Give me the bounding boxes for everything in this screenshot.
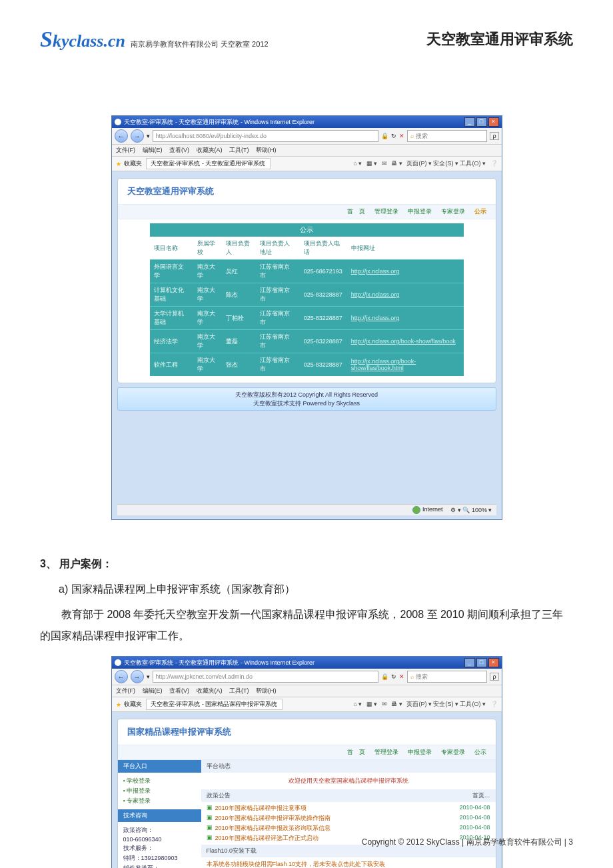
- tab-home[interactable]: 首 页: [347, 207, 365, 216]
- menu-help[interactable]: 帮助(H): [256, 147, 277, 153]
- table-cell: 外国语言文学: [150, 260, 194, 283]
- refresh-icon[interactable]: ↻: [391, 133, 396, 139]
- tab-admin[interactable]: 管理登录: [374, 207, 398, 216]
- refresh-icon[interactable]: ↻: [391, 673, 396, 680]
- mail-icon[interactable]: ✉: [382, 160, 387, 167]
- menu-favorites[interactable]: 收藏夹(A): [197, 687, 223, 694]
- menu-view[interactable]: 查看(V): [169, 147, 189, 153]
- minimize-button[interactable]: _: [464, 658, 475, 667]
- forward-button[interactable]: →: [131, 129, 144, 143]
- forward-button[interactable]: →: [131, 670, 144, 683]
- star-icon[interactable]: ★: [116, 161, 121, 167]
- tab-publicity[interactable]: 公示: [474, 207, 486, 216]
- menu-favorites[interactable]: 收藏夹(A): [197, 147, 223, 153]
- more-link[interactable]: 首页…: [472, 791, 490, 800]
- search-box[interactable]: ⌕ 搜索: [407, 130, 487, 142]
- stop-icon[interactable]: ✕: [399, 133, 404, 139]
- tab-admin[interactable]: 管理登录: [374, 748, 398, 757]
- table-cell-url[interactable]: http://jx.nclass.org: [347, 260, 464, 283]
- table-cell-url[interactable]: http://jx.nclass.org/book-show/flas/book: [347, 330, 464, 353]
- news-title[interactable]: 2010年国家精品课程申报评审系统操作指南: [215, 814, 460, 823]
- print-icon[interactable]: 🖶: [391, 701, 397, 707]
- dropdown-icon[interactable]: ▾: [147, 133, 150, 139]
- news-item[interactable]: ▣2010年国家精品课程申报评审系统操作指南2010-04-08: [207, 813, 490, 823]
- menu-bar: 文件(F) 编辑(E) 查看(V) 收藏夹(A) 工具(T) 帮助(H): [112, 685, 502, 697]
- menu-tools[interactable]: 工具(T): [229, 147, 249, 153]
- feed-icon[interactable]: ▦: [366, 701, 372, 707]
- col-name: 项目名称: [150, 237, 194, 260]
- browser-tab[interactable]: 天空教室-评审系统 - 天空教室通用评审系统: [146, 158, 271, 169]
- minimize-button[interactable]: _: [464, 117, 475, 127]
- tab-publicity[interactable]: 公示: [474, 748, 486, 757]
- table-cell: 吴红: [222, 260, 256, 283]
- tab-apply[interactable]: 申报登录: [408, 207, 432, 216]
- menu-file[interactable]: 文件(F): [116, 147, 136, 153]
- menu-file[interactable]: 文件(F): [116, 687, 136, 694]
- tab-home[interactable]: 首 页: [347, 748, 365, 757]
- news-item[interactable]: ▣2010年国家精品课程申报政策咨询联系信息2010-04-08: [207, 823, 490, 833]
- page-tools[interactable]: ⌂ ▾ ▦ ▾ ✉ 🖶 ▾ 页面(P) ▾ 安全(S) ▾ 工具(O) ▾ ❔: [350, 700, 497, 709]
- page-tools[interactable]: ⌂ ▾ ▦ ▾ ✉ 🖶 ▾ 页面(P) ▾ 安全(S) ▾ 工具(O) ▾ ❔: [350, 159, 497, 168]
- star-icon[interactable]: ★: [116, 701, 121, 708]
- bullet-icon: ▣: [207, 824, 213, 833]
- table-cell-url[interactable]: http://jx.nclass.org/book-show/flas/book…: [347, 353, 464, 377]
- table-cell: 张杰: [222, 353, 256, 377]
- table-cell: 江苏省南京市: [256, 283, 300, 307]
- article-body: 3、 用户案例： a) 国家精品课程网上申报评审系统（国家教育部） 教育部于 2…: [40, 553, 573, 647]
- panel-title: 国家精品课程申报评审系统: [118, 719, 496, 745]
- menu-view[interactable]: 查看(V): [169, 687, 189, 694]
- sidebar-item-apply[interactable]: 申报登录: [123, 787, 196, 795]
- menu-help[interactable]: 帮助(H): [256, 687, 277, 694]
- favorites-label[interactable]: 收藏夹: [124, 159, 142, 168]
- close-button[interactable]: ×: [488, 117, 499, 127]
- stop-icon[interactable]: ✕: [399, 673, 404, 680]
- table-cell-url[interactable]: http://jx.nclass.org: [347, 307, 464, 330]
- back-button[interactable]: ←: [115, 670, 128, 683]
- flash-notice[interactable]: 本系统各功能模块使用需Flash 10支持，若未安装点击此处下载安装: [201, 857, 496, 868]
- news-item[interactable]: ▣2010年国家精品课程申报注意事项2010-04-08: [207, 803, 490, 813]
- news-date: 2010-04-08: [459, 814, 490, 823]
- table-cell-url[interactable]: http://jx.nclass.org: [347, 283, 464, 307]
- help-icon[interactable]: ❔: [490, 160, 498, 167]
- address-bar[interactable]: http://localhost:8080/evl/publicity-inde…: [153, 130, 379, 142]
- menu-edit[interactable]: 编辑(E): [143, 147, 163, 153]
- doc-title: 天空教室通用评审系统: [426, 29, 573, 49]
- main-content: 平台动态 欢迎使用天空教室国家精品课程申报评审系统 政策公告首页… ▣2010年…: [201, 760, 496, 868]
- browser-tab[interactable]: 天空教室-评审系统 - 国家精品课程申报评审系统: [146, 699, 283, 710]
- print-icon[interactable]: 🖶: [391, 160, 397, 167]
- menu-edit[interactable]: 编辑(E): [143, 687, 163, 694]
- col-phone: 项目负责人电话: [300, 237, 347, 260]
- menu-tools[interactable]: 工具(T): [229, 687, 249, 694]
- back-button[interactable]: ←: [115, 129, 128, 143]
- help-icon[interactable]: ❔: [490, 701, 498, 707]
- lock-icon: 🔒: [381, 133, 388, 139]
- home-icon[interactable]: ⌂: [353, 701, 356, 707]
- close-button[interactable]: ×: [488, 658, 499, 667]
- col-url: 申报网址: [347, 237, 464, 260]
- table-cell: 软件工程: [150, 353, 194, 377]
- search-go-icon[interactable]: ρ: [490, 673, 498, 681]
- nav-toolbar: ← → ▾ http://www.jpkcnet.com/evl.admin.d…: [112, 669, 502, 685]
- dropdown-icon[interactable]: ▾: [147, 673, 150, 680]
- status-zoom[interactable]: ⚙ ▾ 🔍 100% ▾: [450, 507, 492, 513]
- home-icon[interactable]: ⌂: [353, 160, 356, 167]
- tab-apply[interactable]: 申报登录: [408, 748, 432, 757]
- news-title[interactable]: 2010年国家精品课程申报注意事项: [215, 804, 460, 813]
- sidebar-item-school[interactable]: 学校登录: [123, 777, 196, 785]
- table-title: 公示: [150, 223, 464, 237]
- tab-expert[interactable]: 专家登录: [441, 207, 465, 216]
- search-box[interactable]: ⌕ 搜索: [407, 671, 487, 683]
- mail-icon[interactable]: ✉: [382, 701, 387, 707]
- address-bar[interactable]: http://www.jpkcnet.com/evl.admin.do: [153, 671, 379, 683]
- globe-icon: [412, 506, 420, 514]
- copyright-bar: 天空教室版权所有2012 Copyright All Rights Reserv…: [117, 387, 496, 411]
- favorites-label[interactable]: 收藏夹: [124, 700, 142, 709]
- table-cell: 计算机文化基础: [150, 283, 194, 307]
- search-go-icon[interactable]: ρ: [490, 132, 498, 140]
- maximize-button[interactable]: □: [476, 117, 487, 127]
- tab-expert[interactable]: 专家登录: [441, 748, 465, 757]
- feed-icon[interactable]: ▦: [366, 160, 372, 167]
- sidebar-item-expert[interactable]: 专家登录: [123, 797, 196, 805]
- news-title[interactable]: 2010年国家精品课程申报政策咨询联系信息: [215, 824, 460, 833]
- maximize-button[interactable]: □: [476, 658, 487, 667]
